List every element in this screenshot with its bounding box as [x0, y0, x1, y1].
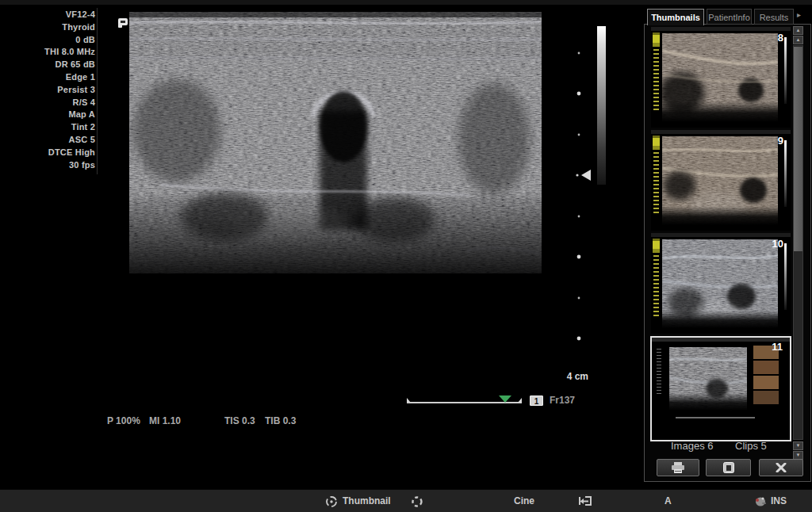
- clips-count-label: Clips 5: [735, 440, 767, 452]
- images-count-label: Images 6: [671, 440, 713, 452]
- tabs-more-arrow[interactable]: ▸: [797, 10, 801, 19]
- thumbnail-image: [662, 239, 778, 328]
- thumbnail-logo: [653, 32, 660, 47]
- freeze-frame-icon: [723, 462, 734, 473]
- param-map: Map A: [0, 109, 95, 121]
- mini-thumb-strip: [753, 376, 779, 389]
- param-gain: 0 dB: [0, 34, 95, 47]
- thumbnail-param-text: [653, 49, 659, 111]
- thumbnail-number: 8: [778, 32, 783, 44]
- mode-indicator: A: [665, 495, 672, 506]
- scroll-page-up-button[interactable]: ▲: [793, 36, 803, 44]
- top-strip: [0, 0, 812, 5]
- scroll-page-down-button[interactable]: ▼: [793, 441, 803, 450]
- thumbnail-number: 10: [772, 238, 783, 250]
- mini-thumb-strip: [753, 391, 779, 404]
- thumbnail-header: [651, 27, 791, 31]
- param-rs: R/S 4: [0, 97, 95, 109]
- tis-label: TIS 0.3: [224, 415, 255, 426]
- thumbnail-logo: [653, 239, 660, 253]
- param-tint: Tint 2: [0, 121, 95, 134]
- delete-x-icon: [776, 463, 787, 472]
- thumbnail-header: [652, 338, 790, 342]
- param-preset: Thyroid: [0, 21, 95, 34]
- return-arrow-icon[interactable]: [577, 495, 593, 507]
- rotate-spinner-icon[interactable]: [411, 495, 423, 508]
- thumbnail-number: 11: [772, 341, 783, 353]
- depth-scale: [573, 22, 596, 347]
- ultrasound-image: [129, 12, 542, 341]
- param-divider: [97, 8, 98, 174]
- probe-orientation-icon: [117, 17, 130, 29]
- tab-results[interactable]: Results: [754, 9, 794, 25]
- pointer-ins-icon: [753, 495, 768, 507]
- thumbnail-grayscale-bar: [784, 243, 787, 310]
- param-asc: ASC 5: [0, 134, 95, 147]
- focus-depth-arrow-icon: [581, 170, 591, 181]
- scrollbar-thumb[interactable]: [794, 47, 802, 251]
- scroll-up-button[interactable]: ▲: [793, 26, 803, 35]
- trackball-thumbnail-function[interactable]: Thumbnail: [325, 490, 385, 512]
- cine-progress-bar[interactable]: [403, 392, 527, 407]
- tab-thumbnails-label: Thumbnails: [651, 13, 700, 22]
- power-label: P 100%: [107, 415, 140, 426]
- thumbnail-image: [662, 33, 778, 122]
- tab-patientinfo[interactable]: PatientInfo: [707, 9, 752, 25]
- param-dynamic-range: DR 65 dB: [0, 59, 95, 71]
- thumbnail-logo: [653, 136, 660, 150]
- param-transducer: VF12-4: [0, 9, 95, 21]
- ins-indicator-label: INS: [771, 495, 787, 506]
- thumbnail-item-10[interactable]: 10: [651, 233, 791, 334]
- thumbnail-header: [651, 233, 791, 237]
- printer-icon: [671, 462, 685, 474]
- thumbnail-number: 9: [778, 135, 783, 147]
- status-bar: Thumbnail Cine A INS: [0, 489, 812, 512]
- param-persist: Persist 3: [0, 84, 95, 97]
- depth-label: 4 cm: [555, 371, 588, 382]
- thumbnail-mini-text: [657, 349, 661, 396]
- frame-counter: Fr137: [550, 395, 575, 406]
- cine-position-marker[interactable]: [499, 395, 511, 403]
- thumbnail-grayscale-bar: [784, 140, 787, 207]
- ultrasound-screen: VF12-4 Thyroid 0 dB THI 8.0 MHz DR 65 dB…: [0, 0, 812, 512]
- thumbnail-image: [669, 347, 747, 411]
- thumbnail-header: [651, 130, 791, 134]
- thumbnail-item-11-selected[interactable]: 11: [650, 336, 791, 441]
- param-thi: THI 8.0 MHz: [0, 46, 95, 59]
- mi-label: MI 1.10: [149, 415, 181, 426]
- thumbnail-param-text: [653, 152, 659, 214]
- tab-patientinfo-label: PatientInfo: [708, 13, 750, 22]
- tab-thumbnails[interactable]: Thumbnails: [647, 9, 704, 25]
- imaging-parameter-list: VF12-4 Thyroid 0 dB THI 8.0 MHz DR 65 dB…: [0, 9, 95, 171]
- thumbnail-item-8[interactable]: 8: [651, 27, 791, 128]
- thumbnail-trackball-icon: [325, 495, 338, 508]
- param-edge: Edge 1: [0, 71, 95, 84]
- thumbnail-function-label: Thumbnail: [343, 495, 391, 506]
- mini-thumb-strip: [753, 361, 779, 374]
- thumbnail-grayscale-bar: [784, 37, 787, 104]
- param-dtce: DTCE High: [0, 147, 95, 159]
- tab-results-label: Results: [760, 13, 789, 22]
- thumbnail-image: [662, 136, 778, 225]
- trackball-cine-function[interactable]: Cine: [498, 490, 531, 512]
- thumbnail-item-9[interactable]: 9: [651, 130, 791, 231]
- tib-label: TIB 0.3: [265, 415, 296, 426]
- grayscale-bar: [597, 26, 606, 185]
- delete-button[interactable]: [759, 459, 803, 476]
- cine-function-label: Cine: [514, 495, 534, 506]
- print-button[interactable]: [657, 459, 699, 476]
- param-framerate: 30 fps: [0, 159, 95, 172]
- stage-indicator: 1: [530, 395, 543, 406]
- thumbnail-param-text: [653, 255, 659, 317]
- store-clip-button[interactable]: [706, 459, 751, 476]
- mini-cine-bar: [676, 417, 755, 418]
